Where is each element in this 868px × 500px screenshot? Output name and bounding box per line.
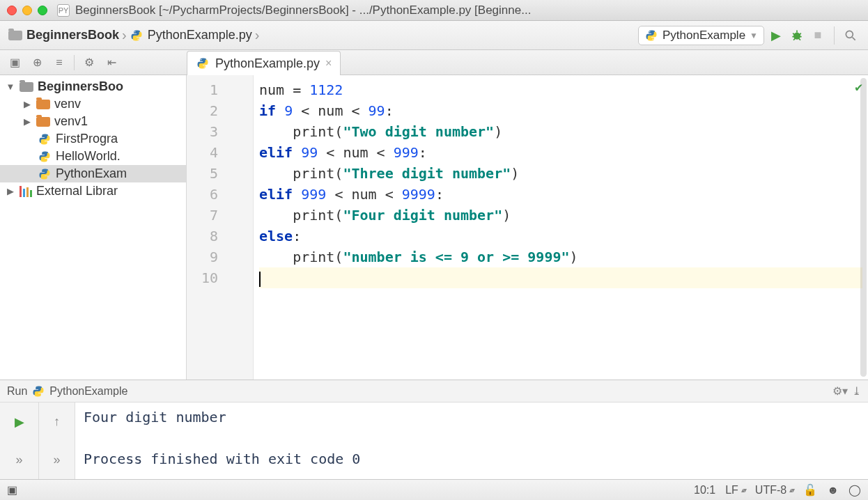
project-tool-buttons: ▣ ⊕ ≡ ⚙ ⇤ xyxy=(0,55,187,70)
python-file-icon xyxy=(38,150,52,164)
python-file-icon xyxy=(130,29,144,42)
code-line[interactable]: print("number is <= 9 or >= 9999") xyxy=(259,247,862,267)
tree-item-helloworld[interactable]: HelloWorld. xyxy=(0,148,186,165)
code-line[interactable]: else: xyxy=(259,226,862,247)
status-inspector-icon[interactable]: ☻ xyxy=(827,484,839,497)
folder-icon xyxy=(36,100,50,109)
tree-root[interactable]: ▼ BeginnersBoo xyxy=(0,78,186,95)
status-bar: ▣ 10:1 LF▴▾ UTF-8▴▾ 🔓 ☻ ◯ xyxy=(0,479,868,500)
status-line-separator[interactable]: LF▴▾ xyxy=(725,484,745,497)
scroll-to-top-icon[interactable]: ↑ xyxy=(54,414,60,429)
expand-arrow-icon[interactable]: ▶ xyxy=(22,99,32,109)
svg-line-6 xyxy=(853,37,855,40)
svg-point-0 xyxy=(134,31,136,33)
code-line[interactable]: print("Two digit number") xyxy=(259,121,862,142)
project-toolbar: ▣ ⊕ ≡ ⚙ ⇤ PythonExample.py × xyxy=(0,50,868,75)
run-settings-gear-icon[interactable]: ⚙▾ xyxy=(832,384,848,398)
settings-gear-icon[interactable]: ⚙ xyxy=(82,55,97,70)
code-line[interactable]: print("Four digit number") xyxy=(259,205,862,226)
status-encoding[interactable]: UTF-8▴▾ xyxy=(755,484,793,497)
python-file-icon xyxy=(31,384,45,398)
breadcrumb-file-label: PythonExample.py xyxy=(148,28,252,42)
expand-arrow-icon[interactable]: ▶ xyxy=(6,186,15,196)
tree-item-label: PythonExam xyxy=(56,166,127,181)
code-line[interactable]: print("Three digit number") xyxy=(259,163,862,184)
tree-item-venv[interactable]: ▶ venv xyxy=(0,95,186,113)
run-config-name: PythonExample xyxy=(49,385,127,398)
run-controls-secondary: ↑ » xyxy=(39,403,75,479)
folder-icon xyxy=(20,82,33,92)
code-line-current[interactable] xyxy=(259,267,862,288)
tree-item-label: External Librar xyxy=(36,184,118,198)
scroll-from-source-icon[interactable]: ⊕ xyxy=(29,55,45,70)
tree-item-firstprogram[interactable]: FirstProgra xyxy=(0,130,186,148)
search-everywhere-button[interactable] xyxy=(842,26,860,45)
python-file-icon xyxy=(38,132,52,146)
show-project-view-icon[interactable]: ▣ xyxy=(7,55,22,70)
vertical-scrollbar[interactable] xyxy=(860,78,867,377)
more-run-icon[interactable]: » xyxy=(15,453,22,467)
run-tool-window: Run PythonExample ⚙▾ ⤓ ▶ » ↑ » Four digi… xyxy=(0,380,868,479)
run-controls: ▶ » xyxy=(0,403,39,479)
main-area: ▼ BeginnersBoo ▶ venv ▶ venv1 FirstProgr… xyxy=(0,75,868,380)
status-notifications-icon[interactable]: ◯ xyxy=(848,483,861,497)
code-area[interactable]: num = 1122if 9 < num < 99: print("Two di… xyxy=(254,75,868,380)
close-tab-icon[interactable]: × xyxy=(325,57,332,70)
run-button[interactable]: ▶ xyxy=(767,26,785,45)
traffic-lights xyxy=(7,6,47,15)
library-icon xyxy=(20,186,32,197)
run-configuration-selector[interactable]: PythonExample ▼ xyxy=(638,26,764,45)
code-line[interactable]: if 9 < num < 99: xyxy=(259,100,862,121)
status-caret-position[interactable]: 10:1 xyxy=(694,484,715,497)
zoom-window-button[interactable] xyxy=(38,6,47,15)
svg-point-7 xyxy=(201,59,202,61)
run-header: Run PythonExample ⚙▾ ⤓ xyxy=(0,380,868,403)
editor-tab-label: PythonExample.py xyxy=(215,56,320,71)
tree-item-pythonexample[interactable]: PythonExam xyxy=(0,165,186,182)
expand-arrow-icon[interactable]: ▼ xyxy=(6,81,15,92)
tree-external-libraries[interactable]: ▶ External Librar xyxy=(0,182,186,200)
svg-point-5 xyxy=(846,31,853,38)
code-line[interactable]: num = 1122 xyxy=(259,79,862,100)
folder-icon xyxy=(36,117,50,127)
svg-point-2 xyxy=(649,31,651,33)
text-caret xyxy=(259,272,261,287)
code-line[interactable]: elif 99 < num < 999: xyxy=(259,142,862,163)
expand-arrow-icon[interactable]: ▶ xyxy=(22,116,32,127)
run-console-output[interactable]: Four digit number Process finished with … xyxy=(75,403,868,479)
rerun-button[interactable]: ▶ xyxy=(15,414,24,430)
close-window-button[interactable] xyxy=(7,6,17,15)
more-run-icon[interactable]: » xyxy=(53,453,60,467)
tree-root-label: BeginnersBoo xyxy=(38,79,123,94)
tree-item-venv1[interactable]: ▶ venv1 xyxy=(0,113,186,130)
python-file-icon xyxy=(644,29,658,42)
editor-tab[interactable]: PythonExample.py × xyxy=(187,51,341,75)
chevron-down-icon: ▼ xyxy=(750,31,758,40)
tree-item-label: HelloWorld. xyxy=(56,149,121,164)
stop-button[interactable]: ■ xyxy=(809,26,827,45)
svg-point-8 xyxy=(204,67,206,68)
project-tree[interactable]: ▼ BeginnersBoo ▶ venv ▶ venv1 FirstProgr… xyxy=(0,75,187,380)
status-readonly-lock-icon[interactable]: 🔓 xyxy=(803,483,817,497)
line-number-gutter[interactable]: 1 2 3 4 5 6 7 8 9 10 xyxy=(187,75,254,380)
run-title: Run xyxy=(7,385,27,398)
python-file-icon xyxy=(38,167,52,181)
svg-point-3 xyxy=(653,38,654,40)
hide-panel-icon[interactable]: ⇤ xyxy=(104,55,119,70)
run-configuration-name: PythonExample xyxy=(662,29,745,42)
breadcrumb-project[interactable]: BeginnersBook xyxy=(8,28,119,42)
chevron-right-icon: › xyxy=(121,27,128,43)
status-quick-access-icon[interactable]: ▣ xyxy=(7,483,17,497)
navigation-bar: BeginnersBook › PythonExample.py › Pytho… xyxy=(0,21,868,50)
code-editor[interactable]: 1 2 3 4 5 6 7 8 9 10 num = 1122if 9 < nu… xyxy=(187,75,868,380)
minimize-window-button[interactable] xyxy=(22,6,32,15)
run-export-icon[interactable]: ⤓ xyxy=(852,384,861,398)
debug-button[interactable] xyxy=(788,26,806,45)
separator xyxy=(834,26,835,45)
code-line[interactable]: elif 999 < num < 9999: xyxy=(259,184,862,205)
collapse-all-icon[interactable]: ≡ xyxy=(52,55,67,70)
window-title: BeginnersBook [~/PycharmProjects/Beginne… xyxy=(75,3,531,17)
tree-item-label: venv xyxy=(54,97,81,111)
window-app-icon: PY xyxy=(57,4,70,17)
breadcrumb-file[interactable]: PythonExample.py xyxy=(130,28,252,42)
